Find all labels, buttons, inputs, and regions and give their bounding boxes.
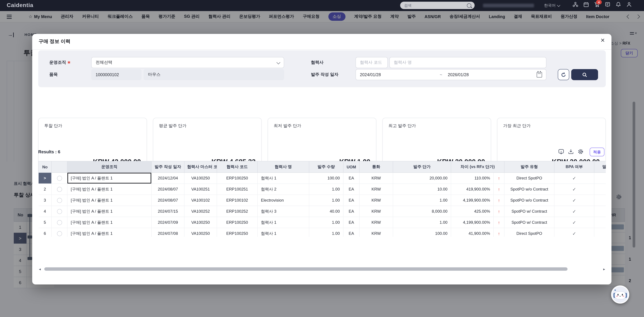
assistant-robot-button[interactable] [611,286,629,304]
cell-date[interactable]: 2024/07/09 [152,217,184,228]
calendar-icon[interactable] [537,72,542,77]
cell-org[interactable]: [구매] 법인 A / 플랜트 1 [67,184,152,195]
table-row[interactable]: >[구매] 법인 A / 플랜트 12024/12/04VA100250ERP1… [38,172,606,184]
cell-po_type[interactable]: SpotPO w/o Contract [504,195,554,206]
column-header-11[interactable]: 차이 (vs RFx 단가) [451,161,504,172]
cell-po_type[interactable]: Direct SpotPO [504,172,554,184]
cell-qty[interactable]: 40.00 [309,206,343,217]
column-header-5[interactable]: 협력사 코드 [217,161,258,172]
table-row[interactable]: 2[구매] 법인 A / 플랜트 12024/08/07VA100251ERP1… [38,184,606,195]
bpa-check-icon[interactable]: ✓ [554,172,594,184]
cell-currency[interactable]: KRW [360,228,393,237]
cell-uom[interactable]: EA [343,228,360,237]
cell-partner_code[interactable]: ERP100102 [217,195,258,206]
calendar-icon[interactable] [583,1,589,8]
cart-icon[interactable]: 4 [594,1,600,8]
cell-date[interactable]: 2024/07/08 [152,228,184,237]
scroll-left-icon[interactable]: ◂ [39,267,41,272]
row-no-cell[interactable]: 5 [38,217,52,228]
po-date-range-input[interactable]: 2024/01/28 ~ 2026/01/28 [356,69,546,80]
bpa-check-icon[interactable]: ✓ [554,195,594,206]
search-button[interactable] [571,69,598,80]
cell-partner_name[interactable]: 협력사 2 [258,184,309,195]
cell-master_code[interactable]: VA100102 [184,195,217,206]
radio-icon[interactable] [57,187,62,192]
cell-date[interactable]: 2024/08/07 [152,184,184,195]
extra-cell[interactable] [594,206,606,217]
cell-uom[interactable]: EA [343,195,360,206]
column-header-10[interactable]: 발주 단가 [393,161,451,172]
cell-uom[interactable]: EA [343,206,360,217]
cell-po_type[interactable]: SpotPO w/ Contract [504,206,554,217]
cell-master_code[interactable]: VA100250 [184,217,217,228]
cell-diff[interactable]: 4,199,900.00% [451,195,494,206]
cell-org[interactable]: [구매] 법인 A / 플랜트 1 [67,206,152,217]
cell-master_code[interactable]: VA100250 [184,172,217,184]
global-search[interactable] [400,2,474,9]
cell-price[interactable]: 1.00 [393,217,451,228]
row-radio[interactable] [52,228,67,237]
cell-diff[interactable]: 110.00% [451,172,494,184]
cell-partner_code[interactable]: ERP100252 [217,206,258,217]
global-search-input[interactable] [404,3,467,8]
extra-cell[interactable] [594,172,606,184]
cell-qty[interactable]: 100.00 [309,172,343,184]
cell-po_type[interactable]: Direct SpotPO [504,228,554,237]
trend-up-icon[interactable]: ↑ [494,172,504,184]
partner-name-input[interactable]: 협력사 명 [390,57,546,68]
cell-org[interactable]: [구매] 법인 A / 플랜트 1 [67,217,152,228]
cell-qty[interactable]: 1.00 [309,184,343,195]
close-icon[interactable]: × [600,36,605,44]
column-header-14[interactable]: 멀 [594,161,606,172]
row-no-cell[interactable]: 3 [38,195,52,206]
cell-po_type[interactable]: SpotPO w/ Contract [504,217,554,228]
column-header-1[interactable] [52,161,67,172]
column-header-0[interactable]: No [38,161,52,172]
download-icon[interactable] [568,148,574,156]
trend-up-icon[interactable]: ↑ [494,184,504,195]
column-header-13[interactable]: BPA 여부 [554,161,594,172]
cell-price[interactable]: 20,000.00 [393,172,451,184]
cell-diff[interactable]: 41,900.00% [451,228,494,237]
refresh-button[interactable] [558,69,569,80]
column-header-4[interactable]: 협력사 마스터 코드 [184,161,217,172]
date-from[interactable]: 2024/01/28 [360,72,440,77]
cell-qty[interactable]: 1.00 [309,217,343,228]
cell-master_code[interactable]: VA100251 [184,184,217,195]
cell-master_code[interactable]: VA100250 [184,228,217,237]
cell-uom[interactable]: EA [343,172,360,184]
extra-cell[interactable] [594,184,606,195]
cell-currency[interactable]: KRW [360,217,393,228]
radio-icon[interactable] [57,220,62,225]
scroll-right-icon[interactable]: ▸ [603,267,605,272]
row-radio[interactable] [52,217,67,228]
cell-date[interactable]: 2024/08/07 [152,195,184,206]
app-logo[interactable]: Caidentia [7,2,33,9]
radio-icon[interactable] [57,209,62,214]
extra-cell[interactable] [594,217,606,228]
extra-cell[interactable] [594,195,606,206]
row-no-cell[interactable]: > [38,172,52,184]
column-header-6[interactable]: 협력사 명 [258,161,309,172]
trend-up-icon[interactable]: ↑ [494,217,504,228]
bell-icon[interactable] [615,1,622,8]
row-radio[interactable] [52,195,67,206]
cell-qty[interactable]: 1.00 [309,228,343,237]
cell-date[interactable]: 2024/12/04 [152,172,184,184]
cell-master_code[interactable]: VA100252 [184,206,217,217]
bpa-check-icon[interactable]: ✓ [554,217,594,228]
cell-currency[interactable]: KRW [360,172,393,184]
trend-up-icon[interactable]: ↑ [494,228,504,237]
scrollbar-thumb[interactable] [44,267,568,271]
cell-currency[interactable]: KRW [360,206,393,217]
column-header-2[interactable]: 운영조직 [67,161,152,172]
cell-partner_name[interactable]: 협력사 1 [258,172,309,184]
cell-uom[interactable]: EA [343,184,360,195]
cell-partner_name[interactable]: 협력사 1 [258,217,309,228]
row-radio[interactable] [52,206,67,217]
radio-icon[interactable] [57,231,62,236]
row-no-cell[interactable]: 2 [38,184,52,195]
radio-icon[interactable] [57,176,62,181]
cell-partner_name[interactable]: 협력사 3 [258,206,309,217]
cell-price[interactable]: 100.00 [393,228,451,237]
